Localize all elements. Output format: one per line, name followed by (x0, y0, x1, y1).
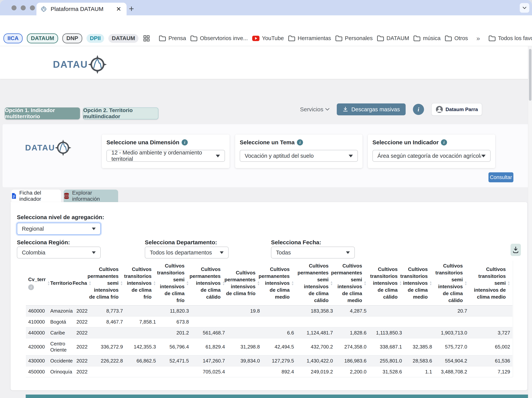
table-cell: Bogotá (48, 316, 73, 327)
fecha-select[interactable]: Todas (271, 247, 355, 258)
sort-arrows-icon[interactable]: ▲▼ (47, 281, 50, 286)
cvterr-info-icon[interactable]: i (28, 284, 34, 290)
bookmark-folder-musica[interactable]: música (413, 35, 441, 41)
aggregation-select[interactable]: Regional (17, 223, 101, 235)
aggregation-label: Selecciona nivel de agregación: (17, 214, 104, 220)
new-tab-button[interactable]: + (129, 3, 134, 14)
sort-arrows-icon[interactable]: ▲▼ (120, 281, 123, 286)
window-close-button[interactable] (12, 5, 17, 10)
window-zoom-button[interactable] (30, 5, 35, 10)
bookmark-folder-personales[interactable]: Personales (335, 35, 373, 41)
tema-select[interactable]: Vocación y aptitud del suelo (240, 150, 358, 162)
column-header[interactable]: Cultivos transitorios intensivos de clim… (125, 261, 158, 306)
bookmark-youtube[interactable]: YouTube (252, 35, 284, 41)
data-table: Cv_terri▲▼Territorio▲▼Fecha▲▼Cultivos pe… (26, 261, 513, 377)
bookmark-folder-prensa[interactable]: Prensa (159, 35, 186, 41)
panel-brand-wordmark: DATAU (25, 143, 55, 152)
bookmark-folder-label: Prensa (168, 35, 186, 41)
column-header[interactable]: Cultivos permanentes semi intensivos de … (296, 261, 335, 306)
dropdown-caret-icon (92, 251, 96, 254)
apps-grid-icon[interactable] (143, 35, 150, 42)
explorer-card: Selecciona nivel de agregación: Regional… (11, 202, 527, 390)
column-header[interactable]: Cultivos transitorios semi intensivos de… (469, 261, 513, 306)
bookmarks-overflow-icon[interactable]: » (476, 35, 480, 42)
dataum-logo[interactable]: DATAU (53, 54, 108, 75)
dropdown-caret-icon (346, 251, 350, 254)
indicador-value: Área según categoría de vocación agrícol… (377, 153, 481, 159)
sort-arrows-icon[interactable]: ▲▼ (507, 281, 510, 286)
column-header[interactable]: Cultivos permanentes intensivos de clima… (262, 261, 296, 306)
column-header[interactable]: Cultivos transitorios semi intensivos de… (434, 261, 469, 306)
table-cell (125, 306, 158, 316)
table-download-button[interactable] (511, 244, 521, 256)
option1-button[interactable]: Opción 1. Indicador multiterritorio (5, 108, 80, 119)
consultar-button[interactable]: Consultar (488, 172, 513, 182)
table-cell (227, 327, 262, 338)
table-cell: 575,727.0 (434, 338, 469, 355)
bookmark-dataum-1[interactable]: DATAUM (27, 33, 58, 43)
sort-arrows-icon[interactable]: ▲▼ (153, 281, 156, 286)
page-scrollbar-thumb[interactable] (529, 49, 532, 101)
all-favorites-folder[interactable]: Todos los favoritos (488, 35, 532, 41)
bookmark-dpii[interactable]: DPII (87, 34, 104, 43)
sort-arrows-icon[interactable]: ▲▼ (429, 281, 432, 286)
bookmark-folder-otros[interactable]: Otros (445, 35, 468, 41)
column-header[interactable]: Cv_terri▲▼ (26, 261, 48, 306)
column-header[interactable]: Cultivos permanentes intensivos de clima… (227, 261, 262, 306)
table-cell: 2022 (73, 316, 91, 327)
table-cell: 226,222.8 (91, 355, 125, 366)
bookmark-folder-observatorios[interactable]: Observtorios inve... (190, 35, 248, 41)
data-table-container[interactable]: Cv_terri▲▼Territorio▲▼Fecha▲▼Cultivos pe… (26, 261, 513, 377)
departamento-value: Todos los departamentos (150, 250, 212, 256)
option2-button[interactable]: Opción 2. Territorio multiindicador (83, 108, 158, 119)
bookmark-dataum-2[interactable]: DATAUM (108, 34, 139, 43)
table-cell: 186,983.6 (335, 355, 369, 366)
descargas-masivas-button[interactable]: Descargas masivas (337, 103, 406, 115)
column-header[interactable]: Cultivos permanentes semi intensivos de … (91, 261, 125, 306)
tema-info-icon[interactable]: i (297, 139, 303, 145)
indicador-info-icon[interactable]: i (441, 139, 447, 145)
table-cell: 39,834.0 (227, 355, 262, 366)
table-row: 450000Orinoquía2022705,025.4892.4249,019… (26, 366, 513, 377)
dimension-info-icon[interactable]: i (182, 139, 188, 145)
departamento-select[interactable]: Todos los departamentos (145, 247, 229, 258)
bookmark-dnp[interactable]: DNP (62, 33, 82, 43)
favicon-compass-icon (40, 6, 47, 13)
sort-arrows-icon[interactable]: ▲▼ (364, 281, 367, 286)
column-header[interactable]: Cultivos transitorios semi intensivos de… (158, 261, 191, 306)
servicios-menu[interactable]: Servicios (300, 106, 329, 113)
browser-tab[interactable]: Plataforma DATAUM ✕ (37, 3, 127, 15)
sort-arrows-icon[interactable]: ▲▼ (464, 281, 467, 286)
tab-ficha-indicador[interactable]: Ficha del indicador (11, 190, 61, 202)
table-cell: 31,298.8 (227, 338, 262, 355)
table-cell: 432,700.2 (296, 338, 335, 355)
sort-arrows-icon[interactable]: ▲▼ (291, 281, 294, 286)
sort-arrows-icon[interactable]: ▲▼ (186, 281, 189, 286)
column-header[interactable]: Cultivos transitorios intensivos de clim… (369, 261, 404, 306)
table-cell: 61,829.4 (191, 338, 227, 355)
bookmark-folder-dataum[interactable]: DATAUM (377, 35, 409, 41)
column-header[interactable]: Cultivos transitorios intensivos de clim… (404, 261, 434, 306)
tab-search-button[interactable] (520, 3, 529, 13)
bookmark-iica[interactable]: IICA (3, 33, 23, 43)
bookmark-folder-herramientas[interactable]: Herramientas (288, 35, 331, 41)
column-header[interactable]: Territorio▲▼ (48, 261, 73, 306)
column-header[interactable]: Cultivos permanentes semi intensivos de … (335, 261, 369, 306)
region-select[interactable]: Colombia (17, 247, 101, 258)
window-minimize-button[interactable] (21, 5, 26, 10)
user-name: Dataum Parra (445, 107, 478, 112)
table-cell: 6.6 (262, 327, 296, 338)
info-button[interactable]: i (413, 104, 424, 115)
column-header[interactable]: Cultivos permanentes intensivos de clima… (191, 261, 227, 306)
footer-bar (26, 395, 532, 398)
table-cell (469, 316, 513, 327)
user-menu[interactable]: Dataum Parra (431, 103, 482, 116)
tab-title: Plataforma DATAUM (51, 6, 114, 12)
page-scrollbar-track[interactable] (528, 46, 532, 398)
tab-close-icon[interactable]: ✕ (114, 5, 123, 13)
table-row: 440000Caribe2022201.2561,468.76.61,124,4… (26, 327, 513, 338)
dimension-select[interactable]: 12 - Medio ambiente y ordenamiento terri… (107, 150, 225, 162)
tab-explorar-informacion[interactable]: Explorar información (64, 190, 118, 202)
table-cell: 892.4 (262, 366, 296, 377)
indicador-select[interactable]: Área según categoría de vocación agrícol… (373, 150, 491, 162)
